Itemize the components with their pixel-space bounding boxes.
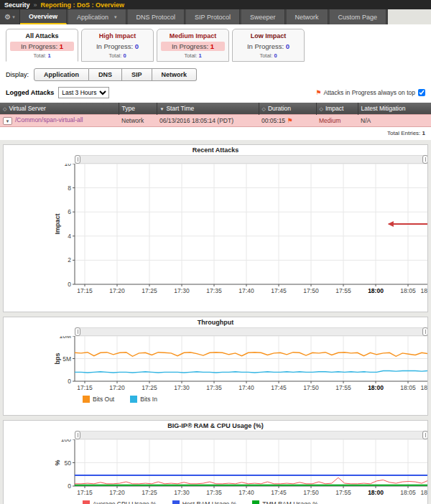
legend-swatch-icon — [172, 500, 180, 504]
legend-item-tmm-ram-usage-: TMM RAM Usage % — [252, 500, 318, 504]
breadcrumb: Reporting : DoS : Overview — [41, 1, 125, 9]
time-range-select[interactable]: Last 3 Hours — [58, 87, 109, 98]
col-latest-mitigation[interactable]: Latest Mitigation — [358, 103, 431, 115]
summary-card-high-impact[interactable]: High ImpactIn Progress: 0Total: 0 — [81, 29, 154, 62]
tab-overview[interactable]: Overview — [20, 9, 67, 24]
svg-text:100: 100 — [61, 439, 71, 443]
svg-text:18:05: 18:05 — [400, 384, 416, 391]
svg-text:18:00: 18:00 — [368, 489, 384, 496]
svg-text:18:05: 18:05 — [400, 489, 416, 496]
mitigation-cell: N/A — [358, 115, 431, 127]
tabbar-filler — [388, 9, 431, 24]
tab-custom-page[interactable]: Custom Page — [330, 9, 387, 24]
table-header-row: ◇Virtual Server Type ▼Start Time ◇Durati… — [0, 103, 431, 115]
recent-attacks-chart: 17:1517:2017:2517:3017:3517:4017:4517:50… — [4, 164, 428, 296]
display-button-sip[interactable]: SIP — [122, 68, 152, 81]
svg-text:17:35: 17:35 — [206, 384, 222, 391]
svg-text:10M: 10M — [59, 336, 71, 340]
time-range-slider[interactable] — [75, 155, 428, 164]
display-button-network[interactable]: Network — [152, 68, 198, 81]
col-type[interactable]: Type — [119, 103, 157, 115]
chevron-down-icon: ▾ — [12, 14, 15, 20]
slider-left-handle[interactable] — [75, 431, 80, 439]
svg-text:17:30: 17:30 — [174, 489, 190, 496]
svg-text:18:05: 18:05 — [400, 287, 416, 294]
attacks-on-top-checkbox[interactable] — [418, 89, 425, 96]
tab-dns-protocol[interactable]: DNS Protocol — [128, 9, 185, 24]
svg-text:6: 6 — [68, 208, 71, 215]
col-duration[interactable]: ◇Duration — [259, 103, 316, 115]
virtual-server-link[interactable]: /Common/span-virtual-all — [15, 116, 83, 123]
legend-item-bits-out: Bits Out — [83, 396, 114, 403]
impact-cell: Medium — [316, 115, 358, 127]
svg-text:17:30: 17:30 — [174, 287, 190, 294]
recent-attacks-panel: Recent Attacks 17:1517:2017:2517:3017:35… — [3, 144, 428, 312]
svg-text:17:20: 17:20 — [109, 384, 125, 391]
charts-section: Recent Attacks 17:1517:2017:2517:3017:35… — [0, 140, 431, 504]
card-title: All Attacks — [6, 32, 78, 39]
svg-text:%: % — [54, 459, 61, 465]
table-row: ▼/Common/span-virtual-all Network 06/13/… — [0, 115, 431, 127]
tab-sip-protocol[interactable]: SIP Protocol — [186, 9, 240, 24]
svg-text:17:50: 17:50 — [303, 287, 319, 294]
chart-title: Recent Attacks — [4, 145, 427, 154]
svg-text:18: 18 — [421, 287, 428, 294]
svg-text:17:45: 17:45 — [271, 489, 287, 496]
flag-icon: ⚑ — [287, 117, 292, 124]
svg-text:17:45: 17:45 — [271, 384, 287, 391]
sort-desc-icon: ▼ — [160, 107, 164, 111]
logged-attacks-label: Logged Attacks — [6, 89, 54, 96]
svg-text:5M: 5M — [62, 355, 71, 363]
ram-cpu-chart: 17:1517:2017:2517:3017:3517:4017:4517:50… — [4, 439, 428, 498]
attacks-on-top-control: ⚑ Attacks in Progress always on top — [315, 89, 425, 96]
col-start-time[interactable]: ▼Start Time — [157, 103, 259, 115]
svg-text:17:40: 17:40 — [238, 384, 254, 391]
svg-text:18: 18 — [421, 384, 428, 391]
svg-text:17:25: 17:25 — [142, 489, 157, 496]
slider-right-handle[interactable] — [422, 155, 428, 164]
svg-text:17:35: 17:35 — [206, 287, 222, 294]
options-gear-button[interactable]: ⚙ ▾ — [0, 9, 20, 24]
card-title: Low Impact — [233, 32, 304, 39]
tab-application[interactable]: Application▾ — [68, 9, 126, 24]
col-virtual-server[interactable]: ◇Virtual Server — [0, 103, 119, 115]
in-progress-count: In Progress: 1 — [161, 42, 225, 51]
summary-card-all-attacks[interactable]: All AttacksIn Progress: 1Total: 1 — [6, 29, 78, 62]
total-count: Total: 1 — [157, 52, 228, 59]
time-range-slider[interactable] — [75, 431, 428, 439]
sort-icon: ◇ — [320, 106, 323, 111]
svg-text:17:15: 17:15 — [77, 489, 93, 496]
tab-network[interactable]: Network — [287, 9, 328, 24]
col-impact[interactable]: ◇Impact — [316, 103, 358, 115]
summary-card-medium-impact[interactable]: Medium ImpactIn Progress: 1Total: 1 — [157, 29, 229, 62]
slider-left-handle[interactable] — [75, 155, 80, 164]
time-range-slider[interactable] — [75, 327, 428, 336]
total-count: Total: 0 — [82, 52, 153, 59]
chart-legend: Average CPU Usage %Host RAM Usage %TMM R… — [83, 500, 427, 504]
svg-text:bps: bps — [54, 353, 61, 364]
flag-icon: ⚑ — [315, 89, 321, 96]
tab-sweeper[interactable]: Sweeper — [241, 9, 285, 24]
logged-attacks-row: Logged Attacks Last 3 Hours ⚑ Attacks in… — [0, 81, 431, 98]
svg-text:17:30: 17:30 — [174, 384, 190, 391]
slider-right-handle[interactable] — [422, 327, 428, 336]
display-row: Display: ApplicationDNSSIPNetwork — [0, 62, 431, 81]
module-title: Security — [4, 1, 30, 9]
attack-summary-cards: All AttacksIn Progress: 1Total: 1High Im… — [0, 24, 431, 62]
svg-text:17:20: 17:20 — [109, 489, 125, 496]
svg-text:17:25: 17:25 — [142, 384, 157, 391]
summary-card-low-impact[interactable]: Low ImpactIn Progress: 0Total: 0 — [232, 29, 305, 62]
sort-icon: ◇ — [262, 106, 266, 111]
slider-left-handle[interactable] — [75, 327, 80, 336]
row-expand-button[interactable]: ▼ — [3, 117, 12, 125]
display-button-application[interactable]: Application — [34, 68, 89, 81]
svg-text:0: 0 — [68, 482, 71, 490]
slider-right-handle[interactable] — [422, 431, 428, 439]
svg-text:17:55: 17:55 — [335, 287, 351, 294]
in-progress-count: In Progress: 1 — [10, 42, 74, 51]
display-button-dns[interactable]: DNS — [89, 68, 122, 81]
svg-text:17:55: 17:55 — [335, 489, 351, 496]
display-label: Display: — [6, 71, 29, 78]
svg-text:17:15: 17:15 — [77, 384, 93, 391]
svg-text:18:00: 18:00 — [368, 384, 384, 391]
